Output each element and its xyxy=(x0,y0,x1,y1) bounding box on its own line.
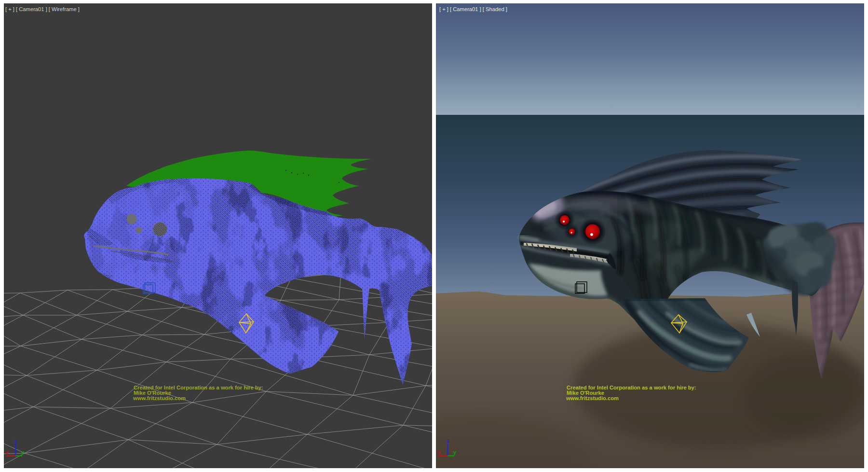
svg-text:z: z xyxy=(14,438,17,444)
svg-text:www.fritzstudio.com: www.fritzstudio.com xyxy=(133,395,186,401)
svg-text:y: y xyxy=(21,449,25,455)
svg-text:[ + ] [ Camera01 ] [ Shaded ]: [ + ] [ Camera01 ] [ Shaded ] xyxy=(439,6,507,12)
svg-text:y: y xyxy=(453,449,457,455)
svg-text:x: x xyxy=(438,449,441,455)
svg-text:x: x xyxy=(6,449,9,455)
svg-text:[ + ] [ Camera01 ] [ Wireframe: [ + ] [ Camera01 ] [ Wireframe ] xyxy=(5,6,80,12)
svg-text:z: z xyxy=(447,438,449,444)
svg-text:www.fritzstudio.com: www.fritzstudio.com xyxy=(566,395,619,401)
